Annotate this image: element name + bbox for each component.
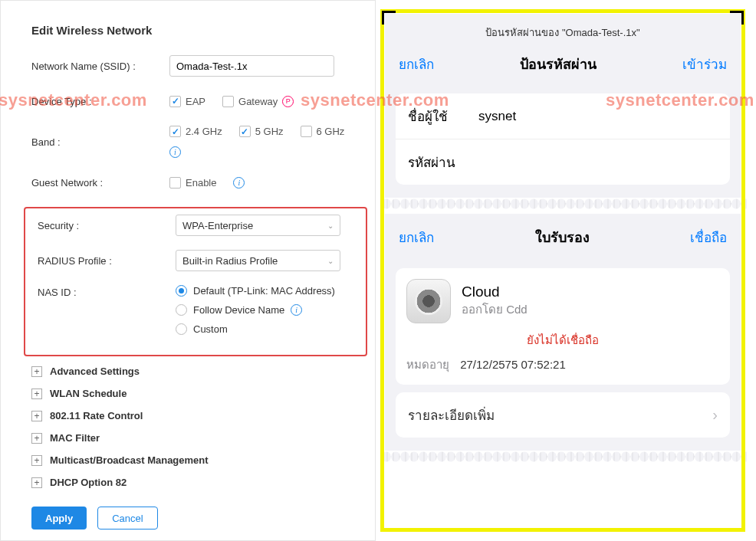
dialog-cancel-button[interactable]: ยกเลิก (399, 54, 434, 74)
eap-label: EAP (186, 96, 205, 107)
expand-dhcp-82[interactable]: + DHCP Option 82 (31, 477, 360, 488)
nas-follow-info-icon[interactable]: i (291, 304, 302, 316)
dialog-join-button[interactable]: เข้าร่วม (682, 54, 727, 74)
plus-icon: + (31, 389, 42, 399)
cert-issuer: ออกโดย Cdd (462, 300, 528, 319)
username-label: ชื่อผู้ใช้ (408, 106, 478, 126)
dialog-title: ป้อนรหัสผ่าน (520, 53, 597, 75)
torn-divider (382, 198, 747, 209)
crop-corner-icon (382, 11, 396, 25)
plus-icon: + (31, 411, 42, 421)
cert-trust-button[interactable]: เชื่อถือ (690, 227, 727, 248)
expand-mac-filter[interactable]: + MAC Filter (31, 432, 360, 444)
band-24-checkbox[interactable] (169, 126, 181, 137)
enable-label: Enable (186, 177, 216, 189)
security-value: WPA-Enterprise (182, 220, 253, 231)
cert-not-trusted: ยังไม่ได้เชื่อถือ (406, 331, 719, 349)
security-label: Security : (38, 220, 176, 231)
chevron-down-icon: ⌄ (327, 257, 334, 265)
wifi-password-dialog: ป้อนรหัสผ่านของ "Omada-Test-.1x" ยกเลิก … (385, 14, 741, 198)
expand-rate-control[interactable]: + 802.11 Rate Control (31, 410, 360, 421)
guest-info-icon[interactable]: i (233, 177, 245, 189)
nas-custom-radio[interactable] (176, 323, 187, 335)
nas-default-label: Default (TP-Link: MAC Address) (193, 285, 335, 297)
chevron-right-icon: › (712, 406, 718, 424)
band-24-label: 2.4 GHz (186, 126, 222, 137)
eap-checkbox[interactable] (169, 96, 181, 107)
certificate-icon (406, 279, 451, 323)
apply-button[interactable]: Apply (31, 507, 87, 530)
password-label: รหัสผ่าน (408, 152, 478, 172)
nas-default-radio[interactable] (176, 285, 187, 297)
ssid-input[interactable] (169, 55, 334, 77)
guest-label: Guest Network : (31, 177, 169, 189)
cert-expiry-value: 27/12/2575 07:52:21 (460, 358, 566, 371)
nas-follow-label: Follow Device Name (193, 304, 284, 316)
band-6-label: 6 GHz (317, 126, 345, 137)
gateway-checkbox[interactable] (222, 96, 234, 107)
plus-icon: + (31, 366, 42, 377)
cert-cancel-button[interactable]: ยกเลิก (399, 227, 434, 248)
phone-preview-panel: ป้อนรหัสผ่านของ "Omada-Test-.1x" ยกเลิก … (376, 0, 756, 541)
expand-advanced[interactable]: + Advanced Settings (31, 366, 360, 377)
band-5-label: 5 GHz (255, 126, 284, 137)
band-5-checkbox[interactable] (239, 126, 251, 137)
expand-multicast[interactable]: + Multicast/Broadcast Management (31, 454, 360, 466)
plus-icon: + (31, 433, 42, 444)
radius-select[interactable]: Built-in Radius Profile ⌄ (176, 250, 340, 271)
chevron-down-icon: ⌄ (327, 221, 334, 230)
cert-name: Cloud (462, 284, 528, 300)
security-highlight-box: Security : WPA-Enterprise ⌄ RADIUS Profi… (24, 207, 367, 356)
page-title: Edit Wireless Network (31, 24, 360, 37)
plus-icon: + (31, 477, 42, 488)
edit-wireless-panel: Edit Wireless Network Network Name (SSID… (0, 0, 376, 541)
gateway-info-icon[interactable]: P (282, 96, 294, 107)
nas-custom-label: Custom (193, 323, 228, 335)
torn-divider (382, 451, 747, 462)
band-6-checkbox[interactable] (301, 126, 312, 137)
certificate-dialog: ยกเลิก ใบรับรอง เชื่อถือ Cloud ออกโดย Cd… (385, 214, 741, 451)
ssid-label: Network Name (SSID) : (31, 61, 169, 72)
nas-label: NAS ID : (38, 285, 176, 298)
gear-icon (415, 287, 442, 315)
username-input[interactable]: sysnet (478, 109, 516, 124)
guest-enable-checkbox[interactable] (169, 177, 181, 189)
radius-value: Built-in Radius Profile (182, 255, 278, 267)
band-info-icon[interactable]: i (169, 146, 181, 158)
dialog-subtitle: ป้อนรหัสผ่านของ "Omada-Test-.1x" (385, 14, 741, 45)
nas-follow-radio[interactable] (176, 304, 187, 316)
plus-icon: + (31, 455, 42, 466)
cert-more-details[interactable]: รายละเอียดเพิ่ม › (396, 392, 730, 438)
gateway-label: Gateway (238, 96, 278, 107)
device-type-label: Device Type : (31, 96, 169, 107)
band-label: Band : (31, 136, 169, 148)
crop-corner-icon (730, 11, 744, 25)
more-details-label: รายละเอียดเพิ่ม (408, 405, 495, 425)
security-select[interactable]: WPA-Enterprise ⌄ (176, 215, 340, 236)
cert-expiry-label: หมดอายุ (406, 358, 449, 371)
cancel-button[interactable]: Cancel (97, 507, 157, 530)
cert-title: ใบรับรอง (535, 226, 590, 248)
radius-label: RADIUS Profile : (38, 255, 176, 267)
expand-wlan-schedule[interactable]: + WLAN Schedule (31, 388, 360, 399)
